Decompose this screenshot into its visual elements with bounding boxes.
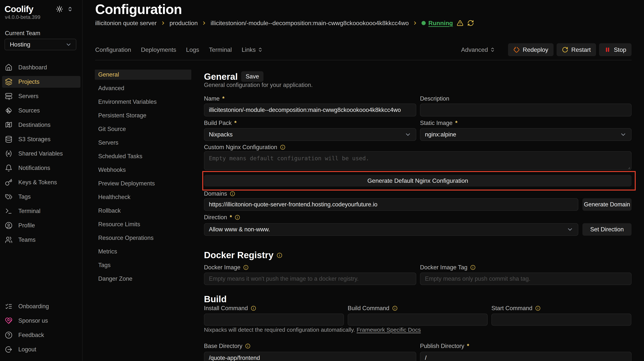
framework-docs-link[interactable]: Framework Specific Docs	[356, 326, 421, 333]
start-command-input[interactable]	[492, 313, 631, 326]
sidebar-item-s3-storages[interactable]: S3 Storages	[2, 133, 80, 145]
tab-links-label: Links	[242, 46, 256, 53]
redeploy-button[interactable]: Redeploy	[508, 43, 554, 56]
sidebar-item-logout[interactable]: Logout	[2, 343, 80, 355]
restart-button[interactable]: Restart	[556, 43, 596, 56]
sidebar-item-shared-variables[interactable]: Shared Variables	[2, 148, 80, 160]
subnav-item-environment-variables[interactable]: Environment Variables	[95, 97, 191, 107]
build-pack-select[interactable]: Nixpacks	[204, 128, 416, 141]
advanced-menu[interactable]: Advanced	[461, 46, 495, 53]
info-icon[interactable]	[230, 191, 235, 197]
theme-toggle-sun-icon[interactable]	[56, 6, 63, 13]
sidebar-item-label: Profile	[18, 222, 35, 229]
install-command-label: Install Command	[204, 305, 344, 312]
generate-domain-button[interactable]: Generate Domain	[582, 198, 632, 211]
sidebar-item-tags[interactable]: Tags	[2, 191, 80, 203]
subnav-item-resource-limits[interactable]: Resource Limits	[95, 219, 191, 229]
docker-image-input[interactable]	[204, 272, 416, 285]
name-input[interactable]	[204, 104, 416, 116]
breadcrumb-application[interactable]: illicitestonion/-module--decomposition:m…	[210, 20, 409, 27]
tab-deployments[interactable]: Deployments	[141, 46, 176, 53]
list-checks-icon	[5, 303, 12, 310]
resize-handle-icon[interactable]	[626, 164, 630, 169]
sidebar-item-notifications[interactable]: Notifications	[2, 162, 80, 174]
alert-triangle-icon[interactable]	[457, 20, 464, 27]
sidebar-item-projects[interactable]: Projects	[2, 76, 80, 88]
team-select[interactable]: Hosting	[4, 39, 76, 50]
sidebar-item-profile[interactable]: Profile	[2, 220, 80, 231]
publish-directory-input[interactable]	[420, 352, 632, 361]
direction-select[interactable]: Allow www & non-www.	[204, 223, 578, 236]
install-command-input[interactable]	[204, 313, 344, 326]
build-command-input[interactable]	[348, 313, 488, 326]
restart-button-label: Restart	[571, 46, 591, 53]
tab-terminal[interactable]: Terminal	[209, 46, 232, 53]
base-directory-input[interactable]	[204, 352, 416, 361]
status-link[interactable]: Running	[428, 20, 453, 27]
section-subtitle: General configuration for your applicati…	[204, 82, 632, 89]
build-pack-value: Nixpacks	[209, 131, 233, 138]
breadcrumb: illicitonion quote server production ill…	[95, 19, 474, 27]
sidebar-item-onboarding[interactable]: Onboarding	[2, 300, 80, 312]
subnav-item-general[interactable]: General	[95, 70, 191, 80]
user-circle-icon	[5, 222, 12, 229]
info-icon[interactable]	[276, 252, 282, 258]
subnav-item-servers[interactable]: Servers	[95, 138, 191, 148]
domains-input[interactable]	[204, 198, 578, 211]
sidebar: Coolify v4.0.0-beta.399 Current Team Hos…	[0, 0, 82, 361]
subnav-item-healthcheck[interactable]: Healthcheck	[95, 192, 191, 202]
info-icon[interactable]	[535, 305, 541, 311]
database-icon	[5, 136, 12, 143]
sidebar-item-label: Notifications	[18, 165, 50, 171]
stop-button[interactable]: Stop	[599, 43, 632, 56]
tab-logs[interactable]: Logs	[186, 46, 199, 53]
sidebar-item-teams[interactable]: Teams	[2, 234, 80, 246]
sidebar-item-feedback[interactable]: Feedback	[2, 329, 80, 341]
breadcrumb-project[interactable]: illicitonion quote server	[95, 20, 157, 27]
map-icon	[5, 121, 12, 129]
subnav-item-persistent-storage[interactable]: Persistent Storage	[95, 110, 191, 121]
subnav-item-metrics[interactable]: Metrics	[95, 246, 191, 257]
subnav-item-preview-deployments[interactable]: Preview Deployments	[95, 178, 191, 189]
sidebar-item-destinations[interactable]: Destinations	[2, 119, 80, 131]
description-input[interactable]	[420, 104, 632, 116]
refresh-icon[interactable]	[467, 20, 474, 27]
info-icon[interactable]	[234, 214, 240, 220]
sidebar-footer-nav: Onboarding Sponsor us Feedback Logout	[0, 300, 82, 358]
subnav-item-danger-zone[interactable]: Danger Zone	[95, 274, 191, 284]
static-image-select[interactable]: nginx:alpine	[420, 128, 632, 141]
info-icon[interactable]	[250, 305, 256, 311]
subnav-item-webhooks[interactable]: Webhooks	[95, 165, 191, 175]
subnav-item-tags[interactable]: Tags	[95, 260, 191, 270]
custom-nginx-textarea[interactable]	[204, 151, 632, 170]
tab-configuration[interactable]: Configuration	[95, 46, 131, 53]
sidebar-item-sponsor-us[interactable]: Sponsor us	[2, 315, 80, 326]
tab-links[interactable]: Links	[242, 46, 263, 53]
sidebar-item-terminal[interactable]: Terminal	[2, 205, 80, 217]
generate-nginx-button[interactable]: Generate Default Nginx Configuration	[204, 175, 632, 187]
info-icon[interactable]	[243, 265, 249, 270]
status-dot	[422, 21, 426, 25]
subnav-item-git-source[interactable]: Git Source	[95, 124, 191, 134]
subnav-item-rollback[interactable]: Rollback	[95, 206, 191, 216]
info-icon[interactable]	[280, 144, 286, 150]
info-icon[interactable]	[470, 265, 476, 270]
breadcrumb-environment[interactable]: production	[170, 20, 198, 27]
sidebar-nav: Dashboard Projects Servers Sources Desti…	[0, 62, 82, 248]
subnav-item-scheduled-tasks[interactable]: Scheduled Tasks	[95, 151, 191, 161]
sidebar-item-sources[interactable]: Sources	[2, 105, 80, 116]
save-button[interactable]: Save	[241, 71, 264, 82]
sidebar-item-label: Onboarding	[18, 303, 49, 310]
sidebar-item-servers[interactable]: Servers	[2, 90, 80, 102]
sidebar-collapse-chevrons-icon[interactable]	[67, 6, 73, 12]
layers-icon	[5, 78, 12, 86]
docker-image-tag-input[interactable]	[420, 272, 632, 285]
set-direction-button[interactable]: Set Direction	[582, 223, 632, 236]
subnav-item-advanced[interactable]: Advanced	[95, 83, 191, 93]
info-icon[interactable]	[392, 305, 398, 311]
subnav-item-resource-operations[interactable]: Resource Operations	[95, 233, 191, 243]
sidebar-item-label: Logout	[18, 346, 36, 353]
sidebar-item-keys-tokens[interactable]: Keys & Tokens	[2, 177, 80, 188]
sidebar-item-dashboard[interactable]: Dashboard	[2, 62, 80, 73]
info-icon[interactable]	[245, 343, 250, 349]
